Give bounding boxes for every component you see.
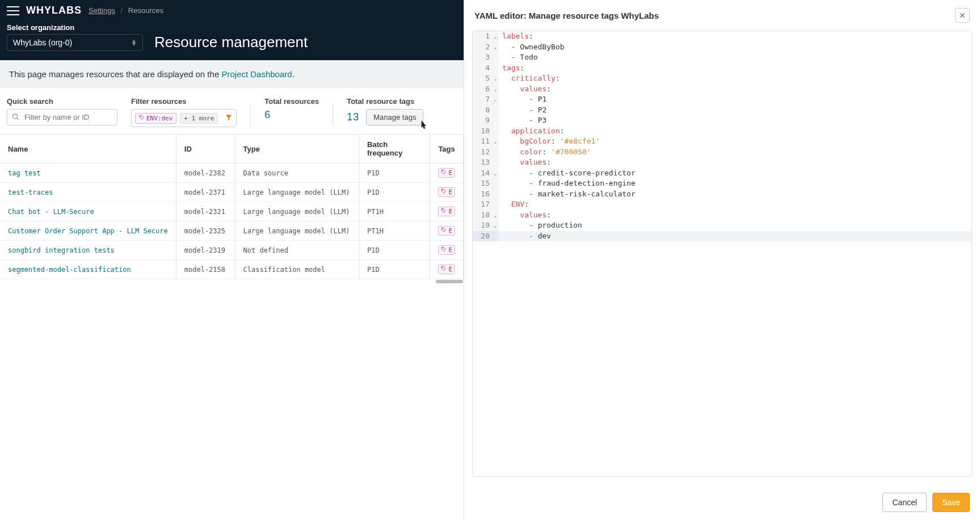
- svg-point-8: [443, 267, 443, 268]
- svg-point-7: [443, 248, 443, 249]
- line-number: 9: [473, 115, 492, 126]
- resource-batch: P1D: [359, 260, 430, 279]
- tag-icon: [441, 169, 447, 177]
- col-header-batch[interactable]: Batch frequency: [359, 135, 430, 163]
- table-row: Chat bot - LLM-Securemodel-2321Large lan…: [0, 202, 464, 221]
- search-input[interactable]: [7, 109, 117, 125]
- code-line[interactable]: 13 values:: [473, 157, 971, 168]
- cancel-button[interactable]: Cancel: [882, 493, 927, 512]
- code-line[interactable]: 12 color: '#700050': [473, 147, 971, 158]
- resource-name-link[interactable]: Customer Order Support App - LLM Secure: [8, 227, 168, 235]
- fold-toggle-icon: [492, 189, 499, 200]
- project-dashboard-link[interactable]: Project Dashboard: [221, 69, 292, 79]
- line-number: 4: [473, 63, 492, 74]
- fold-toggle-icon[interactable]: ⌄: [492, 31, 499, 42]
- resource-name-link[interactable]: segmented-model-classification: [8, 266, 131, 274]
- fold-toggle-icon: [492, 157, 499, 168]
- col-header-tags[interactable]: Tags: [430, 135, 464, 163]
- fold-toggle-icon[interactable]: ⌄: [492, 42, 499, 53]
- resource-batch: P1D: [359, 163, 430, 183]
- org-select[interactable]: WhyLabs (org-0) ▲▼: [7, 34, 143, 51]
- code-line[interactable]: 5⌄ critically:: [473, 73, 971, 84]
- resource-tag-chip[interactable]: E: [438, 207, 455, 216]
- resource-type: Data source: [235, 163, 359, 183]
- table-row: tag testmodel-2382Data sourceP1DE: [0, 163, 464, 183]
- code-line[interactable]: 19⌄ - production: [473, 220, 971, 231]
- code-line[interactable]: 1⌄labels:: [473, 31, 971, 42]
- save-button[interactable]: Save: [932, 493, 970, 512]
- info-banner: This page manages resources that are dis…: [0, 60, 464, 88]
- col-header-type[interactable]: Type: [235, 135, 359, 163]
- resource-batch: P1D: [359, 241, 430, 260]
- yaml-editor-panel: YAML editor: Manage resource tags WhyLab…: [464, 0, 980, 520]
- resource-name-link[interactable]: Chat bot - LLM-Secure: [8, 208, 94, 216]
- svg-point-3: [443, 171, 443, 171]
- code-line[interactable]: 14⌄ - credit-score-predictor: [473, 168, 971, 179]
- tag-icon: [441, 246, 447, 254]
- fold-toggle-icon[interactable]: ⌄: [492, 210, 499, 221]
- resource-tag-chip[interactable]: E: [438, 187, 455, 197]
- resource-batch: P1D: [359, 183, 430, 202]
- resource-name-link[interactable]: songbird integration tests: [8, 246, 115, 254]
- code-line[interactable]: 2⌄ - OwnedByBob: [473, 42, 971, 53]
- chevron-updown-icon: ▲▼: [131, 39, 137, 46]
- filter-chip-more[interactable]: + 1 more: [180, 113, 218, 124]
- yaml-code-editor[interactable]: 1⌄labels:2⌄ - OwnedByBob3 - Todo4tags:5⌄…: [473, 31, 971, 476]
- resource-tag-chip[interactable]: E: [438, 265, 455, 274]
- code-line[interactable]: 8 - P2: [473, 105, 971, 116]
- line-number: 19: [473, 220, 492, 231]
- controls-bar: Quick search Filter resources ENV:dev: [0, 88, 464, 135]
- code-line[interactable]: 15 - fraud-detection-engine: [473, 178, 971, 189]
- filter-resources[interactable]: ENV:dev + 1 more: [131, 109, 237, 127]
- table-row: test-tracesmodel-2371Large language mode…: [0, 183, 464, 202]
- fold-toggle-icon[interactable]: ⌄: [492, 136, 499, 147]
- line-number: 7: [473, 94, 492, 105]
- code-line[interactable]: 4tags:: [473, 63, 971, 74]
- resource-type: Large language model (LLM): [235, 183, 359, 202]
- code-line[interactable]: 6⌄ values:: [473, 84, 971, 95]
- resource-id: model-2319: [176, 241, 235, 260]
- code-line[interactable]: 9 - P3: [473, 115, 971, 126]
- resource-name-link[interactable]: tag test: [8, 169, 41, 177]
- org-select-label: Select organization: [7, 23, 143, 32]
- fold-toggle-icon[interactable]: ⌄: [492, 94, 499, 105]
- code-line[interactable]: 18⌄ values:: [473, 210, 971, 221]
- app-header: WHYLABS Settings / Resources Select orga…: [0, 0, 464, 60]
- code-line[interactable]: 7⌄ - P1: [473, 94, 971, 105]
- resource-tag-chip[interactable]: E: [438, 245, 455, 255]
- code-line[interactable]: 11⌄ bgColor: '#e8cfe1': [473, 136, 971, 147]
- line-number: 5: [473, 73, 492, 84]
- filter-chip-env[interactable]: ENV:dev: [135, 113, 176, 124]
- resources-table: Name ID Type Batch frequency Tags tag te…: [0, 135, 464, 279]
- code-line[interactable]: 3 - Todo: [473, 52, 971, 63]
- close-button[interactable]: [955, 8, 970, 23]
- code-line[interactable]: 10 application:: [473, 126, 971, 137]
- hamburger-menu-icon[interactable]: [7, 6, 19, 15]
- fold-toggle-icon: [492, 231, 499, 242]
- breadcrumb-settings[interactable]: Settings: [89, 6, 115, 15]
- col-header-id[interactable]: ID: [176, 135, 235, 163]
- code-line[interactable]: 20 - dev: [473, 231, 971, 242]
- line-number: 16: [473, 189, 492, 200]
- search-icon: [11, 112, 19, 122]
- funnel-icon[interactable]: [225, 114, 233, 123]
- resource-tag-chip[interactable]: E: [438, 226, 455, 236]
- resource-name-link[interactable]: test-traces: [8, 188, 53, 196]
- svg-point-4: [443, 190, 443, 191]
- code-line[interactable]: 16 - market-risk-calculator: [473, 189, 971, 200]
- resource-type: Large language model (LLM): [235, 202, 359, 221]
- table-row: Customer Order Support App - LLM Securem…: [0, 221, 464, 241]
- fold-toggle-icon[interactable]: ⌄: [492, 168, 499, 179]
- tag-icon: [441, 188, 447, 196]
- manage-tags-button[interactable]: Manage tags: [366, 109, 423, 125]
- resource-type: Large language model (LLM): [235, 221, 359, 241]
- col-header-name[interactable]: Name: [0, 135, 176, 163]
- fold-toggle-icon[interactable]: ⌄: [492, 84, 499, 95]
- horizontal-scrollbar[interactable]: [436, 280, 463, 283]
- fold-toggle-icon[interactable]: ⌄: [492, 73, 499, 84]
- line-number: 13: [473, 157, 492, 168]
- table-row: segmented-model-classificationmodel-2158…: [0, 260, 464, 279]
- resource-tag-chip[interactable]: E: [438, 168, 455, 178]
- code-line[interactable]: 17 ENV:: [473, 199, 971, 210]
- fold-toggle-icon[interactable]: ⌄: [492, 220, 499, 231]
